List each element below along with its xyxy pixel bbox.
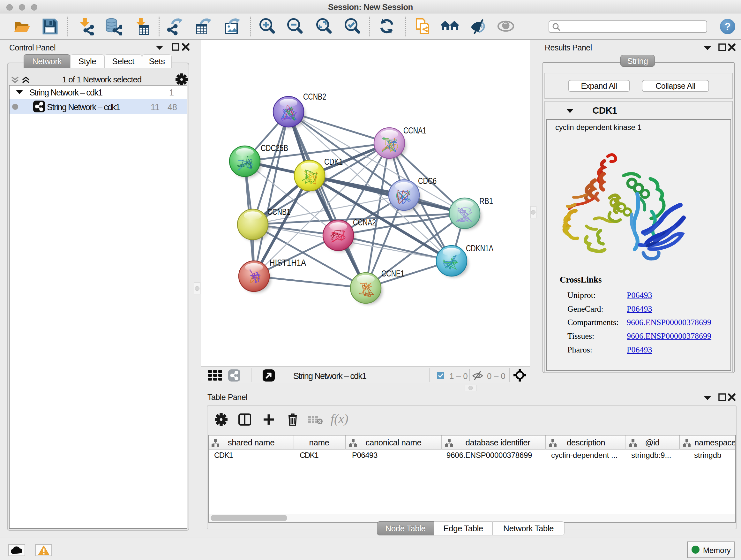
svg-text:CDKN1A: CDKN1A bbox=[466, 243, 493, 253]
svg-text:CCNB2: CCNB2 bbox=[303, 91, 326, 102]
svg-text:RB1: RB1 bbox=[479, 196, 493, 206]
svg-text:HIST1H1A: HIST1H1A bbox=[269, 258, 306, 267]
svg-text:CDC6: CDC6 bbox=[418, 176, 436, 186]
svg-text:CCNA2: CCNA2 bbox=[353, 217, 376, 227]
svg-text:CDK1: CDK1 bbox=[324, 157, 343, 167]
svg-text:CDC25B: CDC25B bbox=[261, 143, 288, 153]
svg-text:CCNE1: CCNE1 bbox=[381, 268, 404, 278]
svg-text:CCNB1: CCNB1 bbox=[267, 207, 290, 217]
svg-text:CCNA1: CCNA1 bbox=[403, 125, 426, 135]
